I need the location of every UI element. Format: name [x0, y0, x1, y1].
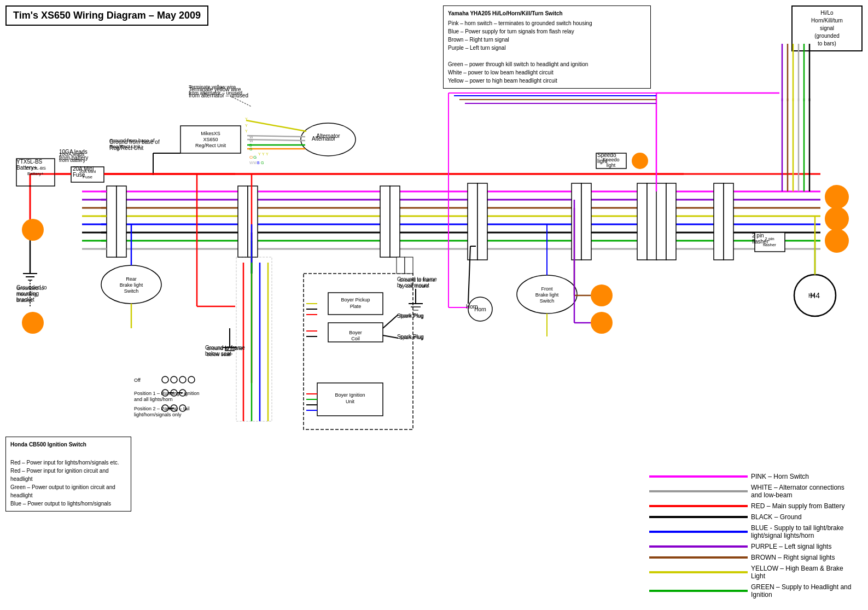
svg-point-202: [825, 207, 849, 231]
svg-text:W: W: [249, 135, 253, 139]
ground-coil-label: Ground to frame by coil mount: [397, 276, 437, 288]
svg-point-129: [591, 312, 613, 334]
wiring-diagram: YTX5L-BS Battery+ 20A Mini Fuse 10GA lea…: [0, 0, 868, 610]
speedo-label: Speedo light: [597, 152, 616, 164]
svg-point-146: [179, 376, 186, 383]
fuse-label: 20A Mini Fuse: [73, 166, 94, 178]
svg-text:XS650: XS650: [203, 137, 218, 142]
svg-text:Unit: Unit: [346, 399, 355, 404]
svg-rect-205: [405, 257, 413, 274]
svg-rect-141: [656, 183, 666, 260]
svg-text:and all lights/horn: and all lights/horn: [134, 397, 173, 402]
svg-text:W: W: [253, 161, 257, 165]
svg-text:Y: Y: [245, 117, 248, 121]
svg-text:G: G: [253, 155, 257, 160]
svg-point-201: [825, 185, 849, 209]
battery-label: YTX5L-BS Battery+: [16, 159, 42, 171]
svg-text:MikesXS: MikesXS: [201, 131, 220, 136]
svg-rect-77: [647, 183, 657, 260]
svg-rect-73: [477, 183, 487, 260]
svg-text:Y: Y: [245, 129, 248, 133]
svg-line-35: [246, 120, 306, 131]
svg-text:light/horn/signals only: light/horn/signals only: [134, 412, 182, 417]
svg-rect-75: [581, 183, 591, 260]
svg-rect-72: [468, 183, 477, 260]
svg-rect-58: [107, 186, 116, 257]
svg-text:Coil: Coil: [351, 336, 360, 341]
alternator-label: Alternator: [312, 136, 335, 142]
svg-rect-142: [666, 183, 676, 260]
horn-label: Horn: [466, 304, 478, 310]
svg-text:Boyer Ignition: Boyer Ignition: [335, 392, 365, 398]
spark1-label: Spark Plug: [397, 313, 424, 319]
svg-rect-79: [724, 183, 733, 260]
ground-bracket-label: Grounded to mounting bracket: [16, 284, 47, 303]
svg-rect-78: [714, 183, 724, 260]
svg-point-126: [591, 284, 613, 306]
svg-text:Front: Front: [541, 286, 553, 292]
battery-text2: Battery+: [16, 165, 42, 171]
svg-rect-74: [572, 183, 581, 260]
svg-text:Rear: Rear: [126, 276, 137, 282]
leads-label: 10GA leads from battery: [59, 149, 88, 161]
svg-text:Battery+: Battery+: [27, 171, 44, 176]
flasher-label: 2 pin flasher: [752, 233, 768, 245]
svg-point-20: [22, 312, 44, 334]
svg-text:Boyer Pickup: Boyer Pickup: [341, 297, 370, 303]
svg-text:Switch: Switch: [124, 288, 139, 294]
svg-line-106: [383, 315, 398, 328]
svg-text:Y: Y: [262, 152, 265, 156]
svg-point-145: [171, 376, 177, 383]
svg-text:B: B: [249, 143, 252, 147]
spark2-label: Spark Plug: [397, 334, 424, 340]
svg-rect-71: [390, 186, 400, 257]
battery-text: YTX5L-BS: [16, 159, 42, 165]
svg-text:G: G: [261, 161, 264, 165]
svg-text:Plate: Plate: [350, 304, 362, 309]
svg-rect-206: [236, 257, 272, 421]
svg-rect-69: [248, 186, 258, 257]
svg-point-147: [188, 376, 195, 383]
svg-rect-68: [238, 186, 248, 257]
svg-line-107: [383, 335, 398, 338]
svg-text:G: G: [249, 147, 252, 151]
svg-text:Y: Y: [266, 152, 269, 156]
svg-point-21: [22, 219, 44, 241]
svg-text:W: W: [249, 139, 253, 143]
svg-text:Boyer: Boyer: [349, 330, 362, 335]
svg-text:Y: Y: [258, 152, 261, 156]
svg-text:W: W: [249, 161, 253, 165]
svg-line-36: [247, 136, 305, 137]
svg-rect-204: [397, 257, 405, 274]
svg-point-203: [825, 229, 849, 253]
svg-text:Y: Y: [245, 124, 248, 127]
svg-text:Brake light: Brake light: [120, 282, 143, 288]
svg-point-144: [162, 376, 168, 383]
main-container: Tim's XS650 Wiring Diagram – May 2009 Ya…: [0, 0, 868, 610]
svg-point-138: [632, 153, 648, 169]
ground-reg-label: Ground from base of Reg/Rect Unit: [109, 139, 160, 151]
svg-text:Reg/Rect Unit: Reg/Rect Unit: [195, 143, 226, 148]
svg-text:B: B: [257, 161, 260, 165]
terminate-label: Terminate yellow wire from alternator – …: [189, 86, 248, 98]
svg-rect-76: [637, 183, 647, 260]
svg-text:Switch: Switch: [540, 298, 555, 304]
svg-text:Off: Off: [134, 377, 141, 383]
svg-line-37: [247, 140, 305, 141]
svg-rect-70: [380, 186, 390, 257]
h4-label: H4: [808, 293, 815, 299]
svg-text:Brake light: Brake light: [535, 292, 559, 298]
ground-seat-label: Ground to frame below seat: [205, 345, 245, 357]
svg-rect-67: [116, 186, 126, 257]
svg-text:O: O: [249, 155, 253, 160]
